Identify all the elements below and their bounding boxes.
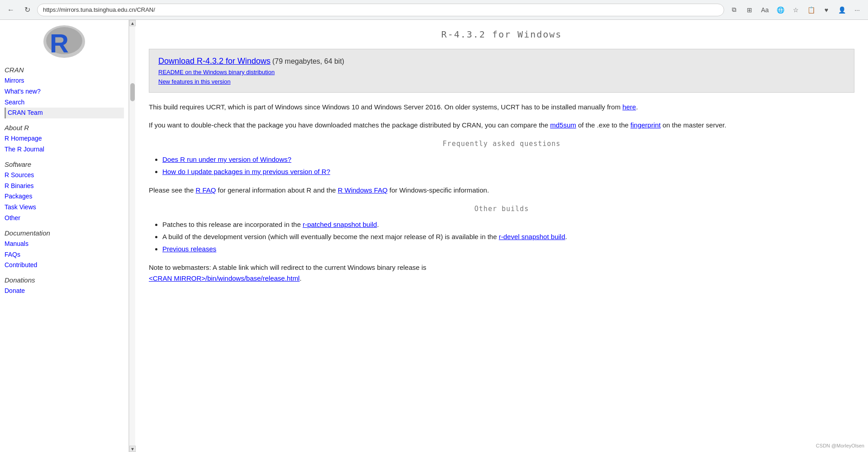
faq-list: Does R run under my version of Windows? … [162, 153, 854, 178]
body2-end: on the master server. [663, 121, 726, 129]
about-r-label: About R [5, 124, 124, 132]
faq-item-1: Does R run under my version of Windows? [162, 153, 854, 165]
r-binaries-link[interactable]: R Binaries [5, 181, 124, 192]
r-devel-link[interactable]: r-devel snapshot build [499, 233, 565, 240]
address-bar[interactable] [37, 4, 724, 16]
previous-releases-link[interactable]: Previous releases [162, 245, 216, 253]
collections-icon[interactable]: 📋 [805, 4, 817, 16]
download-link[interactable]: Download R-4.3.2 for Windows [158, 56, 270, 66]
software-label: Software [5, 160, 124, 168]
sidebar: R CRAN Mirrors What's new? Search CRAN T… [0, 20, 129, 452]
here-link[interactable]: here [622, 103, 636, 111]
donations-label: Donations [5, 276, 124, 284]
refresh-button[interactable]: ↻ [21, 4, 33, 16]
otherbuilds-heading: Other builds [149, 205, 854, 213]
r-logo: R [42, 24, 87, 61]
back-button[interactable]: ← [5, 4, 17, 16]
scroll-thumb[interactable] [130, 83, 135, 101]
scroll-up-arrow[interactable]: ▲ [129, 20, 136, 26]
r-sources-link[interactable]: R Sources [5, 170, 124, 181]
whats-new-link[interactable]: What's new? [5, 86, 124, 97]
rfaq-link[interactable]: R FAQ [195, 186, 216, 194]
fingerprint-link[interactable]: fingerprint [631, 121, 661, 129]
split-view-icon[interactable]: ⧉ [728, 4, 740, 16]
faq-item-2: How do I update packages in my previous … [162, 165, 854, 178]
rfaq-paragraph: Please see the R FAQ for general informa… [149, 185, 854, 196]
newfeatures-link[interactable]: New features in this version [158, 78, 845, 85]
main-content: R-4.3.2 for Windows Download R-4.3.2 for… [135, 20, 868, 452]
body1-text: This build requires UCRT, which is part … [149, 103, 621, 111]
r-homepage-link[interactable]: R Homepage [5, 133, 124, 144]
profile-icon[interactable]: 👤 [835, 4, 848, 16]
stable-link[interactable]: <CRAN MIRROR>/bin/windows/base/release.h… [149, 274, 299, 282]
svg-text:R: R [50, 28, 69, 58]
heart-icon[interactable]: ♥ [820, 4, 833, 16]
grid-icon[interactable]: ⊞ [743, 4, 756, 16]
faq-link-2[interactable]: How do I update packages in my previous … [162, 168, 330, 175]
page-container: R CRAN Mirrors What's new? Search CRAN T… [0, 20, 868, 452]
body2-mid: of the .exe to the [578, 121, 631, 129]
body-paragraph-2: If you want to double-check that the pac… [149, 120, 854, 131]
readme-link[interactable]: README on the Windows binary distributio… [158, 69, 845, 75]
other-item-2: A build of the development version (whic… [162, 231, 854, 243]
browser-chrome: ← ↻ ⧉ ⊞ Aa 🌐 ☆ 📋 ♥ 👤 ··· [0, 0, 868, 20]
faq-link-1[interactable]: Does R run under my version of Windows? [162, 155, 291, 163]
documentation-label: Documentation [5, 229, 124, 237]
cran-label: CRAN [5, 66, 124, 74]
r-logo-container: R [5, 24, 124, 61]
download-size: (79 megabytes, 64 bit) [272, 57, 344, 65]
faq-heading: Frequently asked questions [149, 140, 854, 148]
other-item-3: Previous releases [162, 243, 854, 255]
read-mode-icon[interactable]: Aa [759, 4, 771, 16]
md5sum-link[interactable]: md5sum [550, 121, 576, 129]
toolbar-icons: ⧉ ⊞ Aa 🌐 ☆ 📋 ♥ 👤 ··· [728, 4, 863, 16]
faqs-link[interactable]: FAQs [5, 250, 124, 260]
note-text: Note to webmasters: A stable link which … [149, 264, 427, 271]
donate-link[interactable]: Donate [5, 286, 124, 297]
body2-pre: If you want to double-check that the pac… [149, 121, 548, 129]
rfaq-mid: for general information about R and the [218, 186, 338, 194]
rwinsfaq-link[interactable]: R Windows FAQ [338, 186, 388, 194]
r-journal-link[interactable]: The R Journal [5, 144, 124, 155]
translate-icon[interactable]: 🌐 [774, 4, 787, 16]
manuals-link[interactable]: Manuals [5, 239, 124, 250]
search-link[interactable]: Search [5, 97, 124, 108]
watermark: CSDN @MorleyOlsen [816, 443, 864, 448]
download-line: Download R-4.3.2 for Windows (79 megabyt… [158, 56, 845, 66]
packages-link[interactable]: Packages [5, 191, 124, 202]
other-link[interactable]: Other [5, 213, 124, 224]
other-builds-list: Patches to this release are incorporated… [162, 218, 854, 255]
cran-team-link[interactable]: CRAN Team [5, 108, 124, 118]
note-paragraph: Note to webmasters: A stable link which … [149, 262, 854, 284]
favorites-icon[interactable]: ☆ [789, 4, 802, 16]
scroll-track[interactable]: ▲ ▼ [129, 20, 135, 452]
more-icon[interactable]: ··· [851, 4, 863, 16]
rfaq-end: for Windows-specific information. [389, 186, 489, 194]
rfaq-pre: Please see the [149, 186, 194, 194]
mirrors-link[interactable]: Mirrors [5, 75, 124, 86]
scroll-down-arrow[interactable]: ▼ [129, 446, 136, 452]
r-patched-link[interactable]: r-patched snapshot build [303, 221, 377, 228]
contributed-link[interactable]: Contributed [5, 260, 124, 271]
download-box: Download R-4.3.2 for Windows (79 megabyt… [149, 49, 854, 93]
body-paragraph-1: This build requires UCRT, which is part … [149, 102, 854, 113]
task-views-link[interactable]: Task Views [5, 202, 124, 213]
page-title: R-4.3.2 for Windows [149, 29, 854, 40]
other-item-1: Patches to this release are incorporated… [162, 218, 854, 231]
